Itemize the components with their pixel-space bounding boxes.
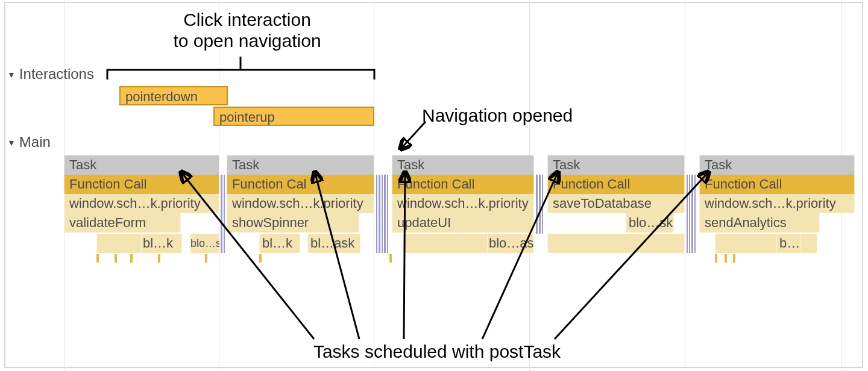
scheduler-bar[interactable]: window.sch…k.priority [392, 194, 534, 213]
interaction-pointerup[interactable]: pointerup [213, 107, 374, 126]
scheduler-bar[interactable]: saveToDatabase [547, 194, 685, 213]
task-bar[interactable]: Task [699, 155, 855, 175]
subleaf-bar[interactable]: blo…sk [190, 234, 219, 253]
disclosure-icon[interactable]: ▼ [7, 138, 16, 148]
subleaf-bar[interactable] [715, 234, 817, 253]
task-bar[interactable]: Task [547, 155, 685, 175]
task-bar[interactable]: Task [392, 155, 534, 175]
leaf-bar[interactable]: updateUI [392, 213, 534, 232]
leaf-bar[interactable]: validateForm [64, 213, 181, 232]
scheduler-bar[interactable]: window.sch…k.priority [699, 194, 855, 213]
function-call-bar[interactable]: Function Call [64, 175, 219, 194]
subleaf-bar[interactable]: blo…ask [487, 234, 534, 253]
subleaf-bar[interactable] [547, 234, 685, 253]
scheduler-bar[interactable]: window.sch…k.priority [227, 194, 374, 213]
annotation-tasks-scheduled: Tasks scheduled with postTask [250, 341, 624, 363]
disclosure-icon[interactable]: ▼ [7, 70, 16, 80]
leaf-bar[interactable]: sendAnalytics [699, 213, 820, 232]
task-bar[interactable]: Task [64, 155, 219, 175]
track-label-interactions: ▼Interactions [7, 66, 94, 83]
interaction-pointerdown[interactable]: pointerdown [119, 86, 228, 105]
function-call-bar[interactable]: Function Call [547, 175, 685, 194]
task-bar[interactable]: Task [227, 155, 374, 175]
function-call-bar[interactable]: Function Call [699, 175, 855, 194]
scheduler-bar[interactable]: window.sch…k.priority [64, 194, 219, 213]
subleaf-bar[interactable]: bl…k [141, 234, 182, 253]
subleaf-bar[interactable]: bl…ask [307, 234, 360, 253]
leaf-bar[interactable]: blo…sk [626, 213, 674, 232]
subleaf-bar[interactable]: bl…k [259, 234, 300, 253]
annotation-click-interaction: Click interaction to open navigation [121, 10, 374, 51]
function-call-bar[interactable]: Function Cal [227, 175, 374, 194]
subleaf-bar[interactable]: b… [776, 234, 800, 253]
annotation-nav-opened: Navigation opened [422, 105, 603, 126]
function-call-bar[interactable]: Function Call [392, 175, 534, 194]
leaf-bar[interactable]: showSpinner [227, 213, 359, 232]
track-label-main: ▼Main [7, 134, 51, 151]
